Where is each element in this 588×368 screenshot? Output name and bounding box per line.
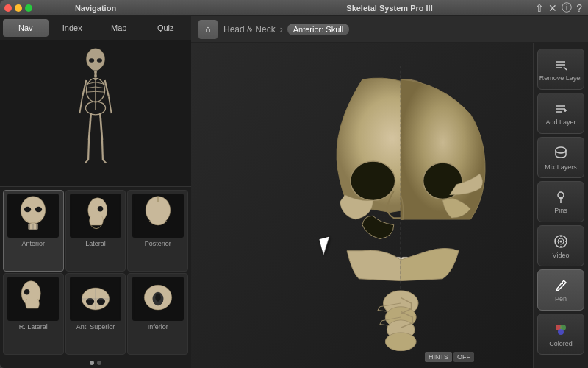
remove-layer-button[interactable]: Remove Layer <box>537 49 584 90</box>
svg-point-29 <box>24 207 31 212</box>
svg-point-37 <box>98 206 103 211</box>
hints-toggle[interactable]: OFF <box>453 352 474 362</box>
home-button[interactable]: ⌂ <box>198 20 218 39</box>
svg-line-24 <box>102 140 103 160</box>
skull-visualization <box>223 43 502 367</box>
tab-nav[interactable]: Nav <box>3 19 49 37</box>
video-button[interactable]: Video <box>537 225 584 266</box>
svg-line-18 <box>109 96 112 113</box>
thumb-posterior[interactable]: Posterior <box>127 190 188 272</box>
pins-label: Pins <box>554 207 567 214</box>
mix-layers-button[interactable]: Mix Layers <box>537 137 584 178</box>
svg-line-26 <box>103 160 107 163</box>
thumb-r-lateral[interactable]: R. Lateral <box>3 273 64 355</box>
breadcrumb-separator: › <box>280 24 283 35</box>
dot-1[interactable] <box>90 361 94 365</box>
hints-bar: HINTS OFF <box>425 352 474 362</box>
thumb-label-anterior: Anterior <box>22 240 46 247</box>
colored-icon <box>553 322 569 338</box>
breadcrumb-parent[interactable]: Head & Neck <box>223 24 276 35</box>
add-layer-button[interactable]: Add Layer <box>537 93 584 134</box>
nav-titlebar: Navigation <box>0 0 191 16</box>
svg-rect-4 <box>94 71 97 74</box>
remove-layer-label: Remove Layer <box>539 74 583 82</box>
thumb-anterior[interactable]: Anterior <box>3 190 64 272</box>
skeleton-svg <box>66 47 125 180</box>
svg-rect-5 <box>94 74 97 77</box>
colored-label: Colored <box>549 340 573 347</box>
main-content: HINTS OFF Remove Layer <box>191 43 588 368</box>
pen-icon <box>553 278 568 293</box>
info-icon[interactable]: ⓘ <box>562 1 572 15</box>
svg-line-22 <box>88 140 89 160</box>
svg-line-11 <box>86 91 96 92</box>
share-icon[interactable]: ⇧ <box>535 2 544 14</box>
svg-point-43 <box>24 289 29 294</box>
nav-tabs: Nav Index Map Quiz <box>0 16 191 40</box>
wrench-icon[interactable]: ✕ <box>548 2 557 14</box>
remove-layer-icon <box>553 57 568 72</box>
pins-button[interactable]: Pins <box>537 181 584 222</box>
add-layer-icon <box>553 102 568 116</box>
page-dots <box>0 358 191 368</box>
colored-button[interactable]: Colored <box>537 314 584 355</box>
thumb-img-lateral <box>70 194 121 238</box>
mix-layers-icon <box>553 145 569 161</box>
viewer-area[interactable]: HINTS OFF <box>191 43 533 368</box>
thumbnail-grid: Anterior Lateral <box>0 187 191 358</box>
thumb-img-inferior <box>132 277 184 321</box>
main-titlebar: Skeletal System Pro III ⇧ ✕ ⓘ ? <box>191 0 588 16</box>
breadcrumb-current: Anterior: Skull <box>287 24 349 35</box>
video-icon <box>553 233 569 250</box>
svg-point-54 <box>350 161 395 200</box>
thumb-img-r-lateral <box>7 277 59 321</box>
titlebar-icons: ⇧ ✕ ⓘ ? <box>535 1 582 15</box>
svg-point-46 <box>86 298 94 305</box>
minimize-button[interactable] <box>15 4 22 12</box>
svg-line-14 <box>96 91 105 92</box>
pen-label: Pen <box>555 295 567 302</box>
pen-button[interactable]: Pen <box>537 269 584 311</box>
hints-label[interactable]: HINTS <box>425 352 452 362</box>
thumb-label-r-lateral: R. Lateral <box>19 323 48 330</box>
dot-2[interactable] <box>97 361 101 365</box>
breadcrumb: Head & Neck › Anterior: Skull <box>223 24 349 35</box>
svg-point-95 <box>558 329 564 335</box>
svg-point-70 <box>385 333 416 351</box>
svg-line-17 <box>105 80 109 97</box>
main-panel: Skeletal System Pro III ⇧ ✕ ⓘ ? ⌂ Head &… <box>191 0 588 368</box>
thumb-label-inferior: Inferior <box>148 323 168 330</box>
svg-line-16 <box>79 96 82 113</box>
svg-point-47 <box>97 298 105 305</box>
mix-layers-label: Mix Layers <box>545 163 577 171</box>
tab-quiz[interactable]: Quiz <box>143 19 189 37</box>
thumb-img-ant-superior <box>70 277 121 321</box>
breadcrumb-bar: ⌂ Head & Neck › Anterior: Skull <box>191 16 588 43</box>
thumb-inferior[interactable]: Inferior <box>127 273 188 355</box>
thumb-img-anterior <box>7 194 59 238</box>
svg-point-2 <box>89 58 94 62</box>
nav-panel-title: Navigation <box>75 4 116 13</box>
traffic-lights <box>4 4 32 12</box>
svg-line-23 <box>100 113 102 140</box>
svg-line-10 <box>86 87 96 88</box>
thumb-lateral[interactable]: Lateral <box>65 190 126 272</box>
add-layer-label: Add Layer <box>545 118 576 126</box>
svg-line-74 <box>564 67 567 70</box>
help-icon[interactable]: ? <box>576 2 582 14</box>
thumb-ant-superior[interactable]: Ant. Superior <box>65 273 126 355</box>
close-button[interactable] <box>4 4 12 12</box>
svg-line-15 <box>82 80 86 97</box>
tab-map[interactable]: Map <box>96 19 142 37</box>
maximize-button[interactable] <box>25 4 32 12</box>
tab-index[interactable]: Index <box>50 19 96 37</box>
thumb-label-posterior: Posterior <box>145 240 171 247</box>
tools-sidebar: Remove Layer Add Layer <box>533 43 588 368</box>
svg-line-21 <box>89 113 91 140</box>
thumb-img-posterior <box>132 194 184 238</box>
pins-icon <box>553 190 568 205</box>
svg-point-53 <box>155 294 160 302</box>
thumb-label-ant-superior: Ant. Superior <box>76 323 115 330</box>
main-title: Skeletal System Pro III <box>346 4 432 13</box>
skeleton-view <box>0 40 191 187</box>
